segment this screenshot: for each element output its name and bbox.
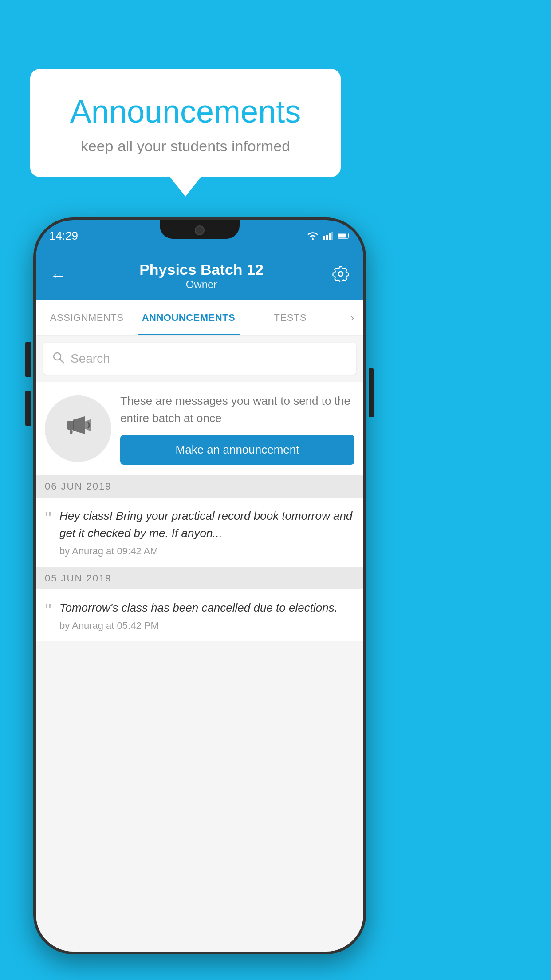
settings-button[interactable] bbox=[329, 262, 353, 290]
announcement-message-2: Tomorrow's class has been cancelled due … bbox=[59, 599, 354, 616]
announcement-meta-2: by Anurag at 05:42 PM bbox=[59, 620, 354, 632]
svg-point-7 bbox=[338, 272, 343, 276]
status-icons bbox=[307, 231, 350, 240]
tab-announcements[interactable]: ANNOUNCEMENTS bbox=[138, 300, 239, 335]
announcement-meta-1: by Anurag at 09:42 AM bbox=[59, 545, 354, 557]
speech-bubble: Announcements keep all your students inf… bbox=[30, 69, 341, 177]
announcement-text-2: Tomorrow's class has been cancelled due … bbox=[59, 599, 354, 632]
megaphone-icon bbox=[60, 407, 96, 450]
app-bar-title-area: Physics Batch 12 Owner bbox=[74, 261, 329, 291]
svg-rect-1 bbox=[323, 236, 325, 240]
search-placeholder: Search bbox=[71, 352, 110, 366]
app-bar-title: Physics Batch 12 bbox=[74, 261, 329, 278]
svg-rect-10 bbox=[67, 421, 74, 430]
announcement-item-1[interactable]: " Hey class! Bring your practical record… bbox=[36, 498, 363, 567]
app-bar: ← Physics Batch 12 Owner bbox=[36, 251, 363, 300]
date-divider-2: 05 JUN 2019 bbox=[36, 567, 363, 589]
bubble-title: Announcements bbox=[57, 93, 314, 130]
svg-line-9 bbox=[60, 359, 63, 363]
back-button[interactable]: ← bbox=[47, 263, 70, 288]
battery-icon bbox=[338, 232, 350, 239]
wifi-icon bbox=[307, 231, 319, 240]
tab-tests[interactable]: TESTS bbox=[240, 300, 341, 335]
svg-rect-3 bbox=[329, 233, 331, 240]
svg-rect-4 bbox=[331, 232, 333, 240]
date-divider-1: 06 JUN 2019 bbox=[36, 475, 363, 498]
status-time: 14:29 bbox=[49, 229, 78, 243]
notch bbox=[160, 220, 240, 239]
volume-down-button bbox=[25, 391, 31, 426]
svg-rect-6 bbox=[338, 234, 346, 238]
svg-rect-2 bbox=[326, 235, 328, 240]
promo-card: These are messages you want to send to t… bbox=[36, 382, 363, 475]
phone-mockup: 14:29 bbox=[33, 217, 366, 963]
bubble-subtitle: keep all your students informed bbox=[57, 138, 314, 155]
tab-bar: ASSIGNMENTS ANNOUNCEMENTS TESTS › bbox=[36, 300, 363, 336]
tab-assignments[interactable]: ASSIGNMENTS bbox=[36, 300, 138, 335]
promo-text-area: These are messages you want to send to t… bbox=[120, 392, 354, 465]
svg-point-0 bbox=[312, 238, 314, 240]
front-camera bbox=[195, 225, 205, 235]
app-bar-subtitle: Owner bbox=[74, 278, 329, 291]
announcement-text-1: Hey class! Bring your practical record b… bbox=[59, 507, 354, 557]
promo-description: These are messages you want to send to t… bbox=[120, 392, 354, 427]
volume-up-button bbox=[25, 342, 31, 377]
promo-icon-circle bbox=[45, 395, 111, 462]
search-icon bbox=[52, 351, 64, 367]
quote-icon-1: " bbox=[45, 509, 51, 528]
announcement-message-1: Hey class! Bring your practical record b… bbox=[59, 507, 354, 542]
phone-frame: 14:29 bbox=[33, 217, 366, 954]
signal-icon bbox=[323, 232, 333, 240]
search-bar[interactable]: Search bbox=[43, 343, 356, 375]
announcement-item-2[interactable]: " Tomorrow's class has been cancelled du… bbox=[36, 589, 363, 641]
tab-more[interactable]: › bbox=[341, 300, 363, 335]
make-announcement-button[interactable]: Make an announcement bbox=[120, 435, 354, 465]
power-button bbox=[369, 368, 374, 417]
content-area: Search bbox=[36, 336, 363, 952]
quote-icon-2: " bbox=[45, 601, 51, 620]
